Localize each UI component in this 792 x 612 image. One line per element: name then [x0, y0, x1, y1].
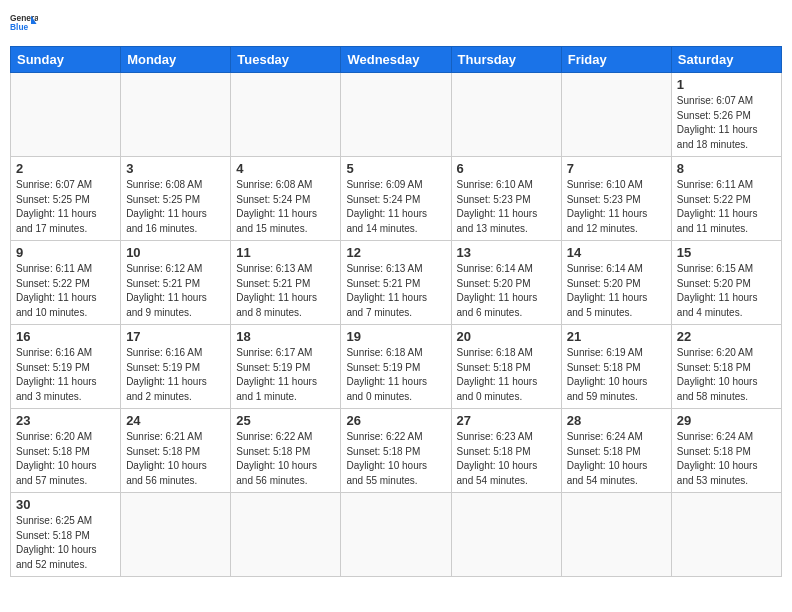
calendar-cell	[121, 73, 231, 157]
day-number: 30	[16, 497, 115, 512]
day-number: 9	[16, 245, 115, 260]
day-number: 18	[236, 329, 335, 344]
day-info: Sunrise: 6:14 AM Sunset: 5:20 PM Dayligh…	[457, 262, 556, 320]
day-info: Sunrise: 6:11 AM Sunset: 5:22 PM Dayligh…	[16, 262, 115, 320]
calendar-cell: 25Sunrise: 6:22 AM Sunset: 5:18 PM Dayli…	[231, 409, 341, 493]
calendar-cell	[121, 493, 231, 577]
calendar-cell	[561, 493, 671, 577]
calendar-cell: 11Sunrise: 6:13 AM Sunset: 5:21 PM Dayli…	[231, 241, 341, 325]
day-number: 26	[346, 413, 445, 428]
calendar-cell: 17Sunrise: 6:16 AM Sunset: 5:19 PM Dayli…	[121, 325, 231, 409]
week-row-5: 30Sunrise: 6:25 AM Sunset: 5:18 PM Dayli…	[11, 493, 782, 577]
calendar-cell: 12Sunrise: 6:13 AM Sunset: 5:21 PM Dayli…	[341, 241, 451, 325]
day-info: Sunrise: 6:20 AM Sunset: 5:18 PM Dayligh…	[677, 346, 776, 404]
calendar-cell	[11, 73, 121, 157]
calendar-cell: 29Sunrise: 6:24 AM Sunset: 5:18 PM Dayli…	[671, 409, 781, 493]
dow-header-sunday: Sunday	[11, 47, 121, 73]
calendar-cell: 5Sunrise: 6:09 AM Sunset: 5:24 PM Daylig…	[341, 157, 451, 241]
calendar-cell	[341, 493, 451, 577]
calendar-cell: 16Sunrise: 6:16 AM Sunset: 5:19 PM Dayli…	[11, 325, 121, 409]
day-info: Sunrise: 6:09 AM Sunset: 5:24 PM Dayligh…	[346, 178, 445, 236]
day-info: Sunrise: 6:22 AM Sunset: 5:18 PM Dayligh…	[236, 430, 335, 488]
day-number: 20	[457, 329, 556, 344]
day-number: 16	[16, 329, 115, 344]
week-row-0: 1Sunrise: 6:07 AM Sunset: 5:26 PM Daylig…	[11, 73, 782, 157]
day-number: 6	[457, 161, 556, 176]
week-row-4: 23Sunrise: 6:20 AM Sunset: 5:18 PM Dayli…	[11, 409, 782, 493]
calendar-cell: 27Sunrise: 6:23 AM Sunset: 5:18 PM Dayli…	[451, 409, 561, 493]
calendar-cell: 1Sunrise: 6:07 AM Sunset: 5:26 PM Daylig…	[671, 73, 781, 157]
calendar-cell: 13Sunrise: 6:14 AM Sunset: 5:20 PM Dayli…	[451, 241, 561, 325]
calendar-cell: 20Sunrise: 6:18 AM Sunset: 5:18 PM Dayli…	[451, 325, 561, 409]
calendar-cell	[231, 73, 341, 157]
day-info: Sunrise: 6:18 AM Sunset: 5:19 PM Dayligh…	[346, 346, 445, 404]
calendar-cell: 15Sunrise: 6:15 AM Sunset: 5:20 PM Dayli…	[671, 241, 781, 325]
day-number: 15	[677, 245, 776, 260]
day-number: 5	[346, 161, 445, 176]
day-number: 10	[126, 245, 225, 260]
calendar-cell	[341, 73, 451, 157]
calendar-cell: 30Sunrise: 6:25 AM Sunset: 5:18 PM Dayli…	[11, 493, 121, 577]
day-info: Sunrise: 6:21 AM Sunset: 5:18 PM Dayligh…	[126, 430, 225, 488]
day-number: 13	[457, 245, 556, 260]
calendar-cell: 7Sunrise: 6:10 AM Sunset: 5:23 PM Daylig…	[561, 157, 671, 241]
day-number: 2	[16, 161, 115, 176]
day-info: Sunrise: 6:07 AM Sunset: 5:26 PM Dayligh…	[677, 94, 776, 152]
calendar-cell: 6Sunrise: 6:10 AM Sunset: 5:23 PM Daylig…	[451, 157, 561, 241]
day-info: Sunrise: 6:10 AM Sunset: 5:23 PM Dayligh…	[567, 178, 666, 236]
day-number: 8	[677, 161, 776, 176]
day-info: Sunrise: 6:10 AM Sunset: 5:23 PM Dayligh…	[457, 178, 556, 236]
day-of-week-row: SundayMondayTuesdayWednesdayThursdayFrid…	[11, 47, 782, 73]
dow-header-saturday: Saturday	[671, 47, 781, 73]
calendar-cell: 28Sunrise: 6:24 AM Sunset: 5:18 PM Dayli…	[561, 409, 671, 493]
day-number: 1	[677, 77, 776, 92]
day-number: 21	[567, 329, 666, 344]
calendar-cell: 22Sunrise: 6:20 AM Sunset: 5:18 PM Dayli…	[671, 325, 781, 409]
calendar-cell: 8Sunrise: 6:11 AM Sunset: 5:22 PM Daylig…	[671, 157, 781, 241]
calendar-cell	[561, 73, 671, 157]
day-number: 22	[677, 329, 776, 344]
day-info: Sunrise: 6:20 AM Sunset: 5:18 PM Dayligh…	[16, 430, 115, 488]
day-number: 25	[236, 413, 335, 428]
day-info: Sunrise: 6:07 AM Sunset: 5:25 PM Dayligh…	[16, 178, 115, 236]
dow-header-tuesday: Tuesday	[231, 47, 341, 73]
day-info: Sunrise: 6:08 AM Sunset: 5:25 PM Dayligh…	[126, 178, 225, 236]
logo: General Blue	[10, 10, 38, 38]
day-number: 24	[126, 413, 225, 428]
day-info: Sunrise: 6:16 AM Sunset: 5:19 PM Dayligh…	[16, 346, 115, 404]
week-row-3: 16Sunrise: 6:16 AM Sunset: 5:19 PM Dayli…	[11, 325, 782, 409]
day-info: Sunrise: 6:11 AM Sunset: 5:22 PM Dayligh…	[677, 178, 776, 236]
calendar-cell	[231, 493, 341, 577]
day-number: 12	[346, 245, 445, 260]
day-number: 7	[567, 161, 666, 176]
svg-text:Blue: Blue	[10, 22, 28, 32]
calendar-cell: 9Sunrise: 6:11 AM Sunset: 5:22 PM Daylig…	[11, 241, 121, 325]
day-number: 3	[126, 161, 225, 176]
day-info: Sunrise: 6:23 AM Sunset: 5:18 PM Dayligh…	[457, 430, 556, 488]
day-info: Sunrise: 6:08 AM Sunset: 5:24 PM Dayligh…	[236, 178, 335, 236]
calendar-cell	[671, 493, 781, 577]
day-info: Sunrise: 6:14 AM Sunset: 5:20 PM Dayligh…	[567, 262, 666, 320]
day-number: 14	[567, 245, 666, 260]
calendar-cell: 26Sunrise: 6:22 AM Sunset: 5:18 PM Dayli…	[341, 409, 451, 493]
day-info: Sunrise: 6:17 AM Sunset: 5:19 PM Dayligh…	[236, 346, 335, 404]
calendar-cell: 21Sunrise: 6:19 AM Sunset: 5:18 PM Dayli…	[561, 325, 671, 409]
calendar-cell: 14Sunrise: 6:14 AM Sunset: 5:20 PM Dayli…	[561, 241, 671, 325]
day-number: 29	[677, 413, 776, 428]
day-info: Sunrise: 6:13 AM Sunset: 5:21 PM Dayligh…	[346, 262, 445, 320]
day-info: Sunrise: 6:22 AM Sunset: 5:18 PM Dayligh…	[346, 430, 445, 488]
day-info: Sunrise: 6:13 AM Sunset: 5:21 PM Dayligh…	[236, 262, 335, 320]
day-info: Sunrise: 6:25 AM Sunset: 5:18 PM Dayligh…	[16, 514, 115, 572]
day-number: 28	[567, 413, 666, 428]
calendar-cell: 19Sunrise: 6:18 AM Sunset: 5:19 PM Dayli…	[341, 325, 451, 409]
week-row-2: 9Sunrise: 6:11 AM Sunset: 5:22 PM Daylig…	[11, 241, 782, 325]
day-number: 4	[236, 161, 335, 176]
calendar-cell: 3Sunrise: 6:08 AM Sunset: 5:25 PM Daylig…	[121, 157, 231, 241]
day-number: 11	[236, 245, 335, 260]
calendar-cell: 4Sunrise: 6:08 AM Sunset: 5:24 PM Daylig…	[231, 157, 341, 241]
day-number: 19	[346, 329, 445, 344]
day-info: Sunrise: 6:12 AM Sunset: 5:21 PM Dayligh…	[126, 262, 225, 320]
day-info: Sunrise: 6:15 AM Sunset: 5:20 PM Dayligh…	[677, 262, 776, 320]
day-info: Sunrise: 6:24 AM Sunset: 5:18 PM Dayligh…	[567, 430, 666, 488]
calendar-body: 1Sunrise: 6:07 AM Sunset: 5:26 PM Daylig…	[11, 73, 782, 577]
